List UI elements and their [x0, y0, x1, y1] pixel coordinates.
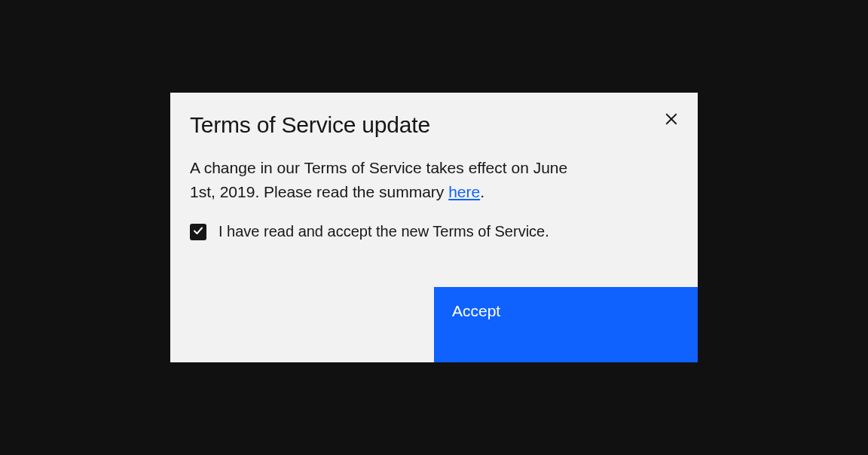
checkmark-icon [193, 225, 203, 239]
body-text-prefix: A change in our Terms of Service takes e… [190, 159, 567, 200]
accept-button[interactable]: Accept [434, 287, 698, 362]
close-icon [665, 112, 678, 128]
close-button[interactable] [662, 109, 681, 131]
body-text-suffix: . [480, 183, 484, 200]
accept-checkbox[interactable] [190, 224, 206, 240]
accept-button-label: Accept [452, 302, 500, 320]
accept-checkbox-label: I have read and accept the new Terms of … [219, 223, 549, 240]
accept-checkbox-row: I have read and accept the new Terms of … [170, 203, 698, 240]
modal-footer: Accept [170, 287, 698, 362]
modal-header: Terms of Service update [170, 93, 698, 138]
terms-modal: Terms of Service update A change in our … [170, 93, 698, 362]
modal-body: A change in our Terms of Service takes e… [170, 138, 607, 203]
modal-title: Terms of Service update [190, 112, 430, 138]
modal-body-text: A change in our Terms of Service takes e… [190, 156, 588, 203]
summary-link[interactable]: here [448, 183, 480, 200]
